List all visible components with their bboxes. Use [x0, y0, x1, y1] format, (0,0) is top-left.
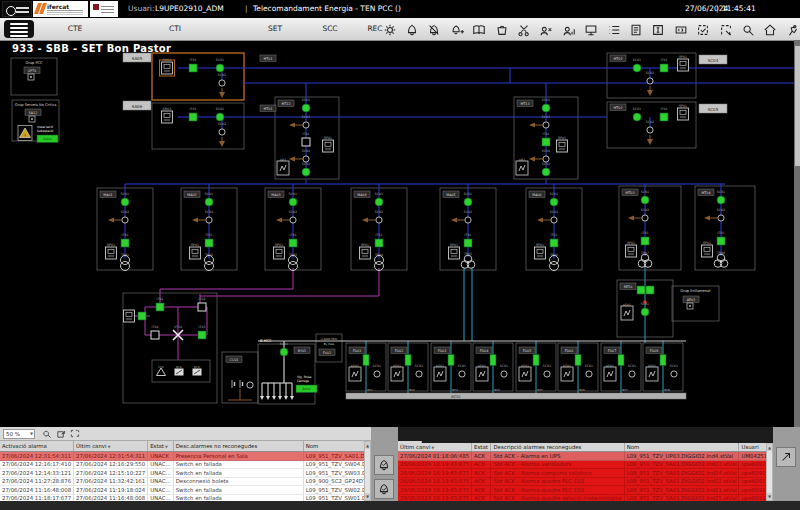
device-ocir[interactable]: SC01 [628, 364, 636, 377]
zoom-level-select[interactable]: 50 %▼ [3, 429, 35, 439]
zoom-out-icon[interactable] [40, 429, 53, 440]
alarm-row[interactable]: 27/06/2024 12:31:54:31127/06/2024 12:31:… [0, 452, 421, 461]
device-asq[interactable]: AS01 [561, 364, 573, 381]
device-chip[interactable]: MT02 [610, 55, 626, 62]
device-chip[interactable]: FD03 [434, 347, 450, 354]
device-gnd[interactable] [647, 135, 653, 145]
device-asq[interactable]: AS01 [349, 364, 361, 381]
device-rly[interactable]: RP01 [557, 136, 568, 152]
device-arr[interactable] [260, 396, 264, 400]
alarm-row[interactable]: 26/06/2024 18:19:43:875ACKStd ACK - Alar… [398, 477, 800, 486]
substation-single-line-diagram[interactable]: Grup PCCGrup Serveis No CríticsGrup Enll… [0, 40, 800, 427]
device-gcir[interactable]: SC01 [289, 192, 297, 206]
device-gsq[interactable]: IT01 [641, 231, 649, 245]
device-ocir[interactable]: SC02 [218, 122, 226, 135]
device-chip[interactable]: BY01 [294, 347, 310, 354]
device-gcir[interactable]: SC01 [375, 192, 383, 206]
column-header[interactable]: Activació alarma [0, 441, 74, 452]
device-rly[interactable]: RP01 [106, 243, 117, 259]
column-header[interactable]: Últim canvi ▼ [74, 441, 148, 452]
device-gsq[interactable] [637, 286, 645, 294]
alarm-off-icon[interactable] [426, 21, 443, 38]
menu-item-set[interactable]: SET [255, 24, 295, 33]
device-gcir[interactable]: SC02 [542, 162, 550, 176]
device-gcir[interactable]: SC01 [641, 302, 649, 316]
device-gcir[interactable]: SC01 [216, 58, 224, 72]
device-ocir[interactable]: SC01 [543, 364, 551, 377]
alarm-row[interactable]: 26/06/2024 18:19:43:875ACKStd ACK - Alar… [398, 460, 800, 469]
device-disc[interactable]: SC02 [276, 210, 297, 223]
device-chip[interactable]: SA12 [25, 109, 41, 116]
device-gcir[interactable]: SC01 [633, 58, 641, 72]
device-disc[interactable]: SC02 [108, 210, 129, 223]
device-gsq[interactable]: IT01 [542, 132, 550, 146]
device-tr2[interactable]: TR01 [120, 253, 130, 271]
column-header[interactable]: Nom [624, 443, 739, 452]
device-disc[interactable]: SC04 [289, 149, 310, 162]
device-rlyS[interactable]: SM01 [160, 58, 175, 76]
device-recti[interactable] [193, 369, 202, 376]
device-gcir[interactable]: SC01 [464, 192, 472, 206]
list-icon[interactable] [605, 21, 622, 38]
alarm-add-icon[interactable] [448, 21, 465, 38]
device-gsq[interactable]: IT01 [289, 233, 297, 247]
device-gnd[interactable] [219, 88, 225, 98]
device-asq[interactable]: AS01 [476, 364, 488, 381]
device-rly[interactable]: RP01 [678, 55, 689, 71]
device-gsqV[interactable] [448, 355, 454, 366]
alarm-row[interactable]: 27/06/2024 11:16:48:00827/06/2024 11:19:… [0, 486, 421, 495]
device-gcir[interactable]: SC01 [641, 190, 649, 204]
bus-name-tag[interactable]: SA05 [123, 53, 151, 62]
bus-name-tag[interactable]: SA06 [123, 101, 151, 110]
ack-page-bell-icon[interactable] [374, 479, 394, 499]
device-mini[interactable] [687, 303, 693, 309]
device-chip[interactable]: FD06 [561, 347, 577, 354]
device-rly[interactable]: RP01 [678, 104, 689, 120]
device-ocir[interactable]: SC02 [646, 71, 654, 84]
device-chip[interactable]: FD01 [349, 347, 365, 354]
open-alarm-viewer-icon[interactable] [776, 447, 796, 467]
device-disc[interactable]: SC02 [537, 210, 558, 223]
device-rly[interactable]: RP01 [360, 243, 371, 259]
device-gbadge[interactable]: Actiu [37, 135, 58, 143]
device-gcir[interactable]: SC02 [302, 162, 310, 176]
device-asq[interactable]: AS01 [621, 303, 633, 320]
device-chip[interactable]: MT01 [260, 105, 276, 112]
device-disc[interactable]: SC02 [192, 210, 213, 223]
device-gsqV[interactable] [533, 355, 539, 366]
device-gsq[interactable]: IT01 [464, 233, 472, 247]
device-bat[interactable] [232, 380, 235, 388]
bus-name-tag[interactable]: SC04 [699, 55, 727, 64]
device-warn2[interactable] [157, 368, 166, 376]
column-header[interactable]: Estat ▼ [148, 441, 173, 452]
device-chip[interactable]: FD02 [391, 347, 407, 354]
device-osq[interactable]: IT04 [151, 325, 159, 339]
bottom-busbar[interactable]: BC01 [346, 393, 686, 399]
device-gsqV[interactable] [405, 355, 411, 366]
device-gsqV[interactable] [575, 355, 581, 366]
device-gsq[interactable]: IT03 [198, 325, 206, 339]
device-bat[interactable] [240, 380, 243, 388]
form-icon[interactable] [627, 21, 644, 38]
text-cursor-icon[interactable] [650, 21, 667, 38]
device-chip[interactable]: CC01 [226, 356, 242, 363]
device-rly[interactable]: RP01 [449, 243, 460, 259]
alarm-icon[interactable] [403, 21, 420, 38]
user-config-icon[interactable] [538, 21, 555, 38]
device-chip[interactable]: MA04 [354, 191, 370, 198]
device-gcir[interactable]: SC01 [121, 192, 129, 206]
device-tr2[interactable]: TR03 [288, 253, 298, 271]
column-header[interactable]: Últim canvi ▼ [398, 443, 472, 452]
device-osq[interactable]: IT02 [198, 297, 206, 311]
device-asq[interactable]: AS01 [519, 364, 531, 381]
basket-icon[interactable] [493, 21, 510, 38]
device-chip[interactable]: FD05 [519, 347, 535, 354]
menu-item-cti[interactable]: CTI [155, 24, 195, 33]
column-header[interactable]: Desc.alarmes no reconegudes [173, 441, 303, 452]
device-disc[interactable]: SC02 [451, 210, 472, 223]
device-tr3[interactable]: TR08 [714, 251, 728, 267]
alarm-row[interactable]: 27/06/2024 01:18:06:485ACKStd ACK - Alar… [398, 452, 800, 461]
device-gnd[interactable] [647, 86, 653, 96]
device-gsqV[interactable] [660, 355, 666, 366]
device-chip[interactable]: FD04 [476, 347, 492, 354]
